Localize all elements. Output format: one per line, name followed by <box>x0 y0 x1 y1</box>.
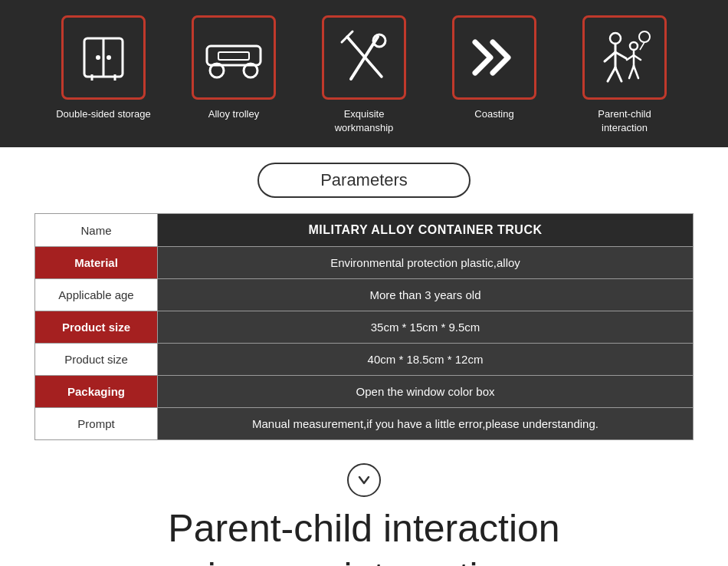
double-sided-storage-icon <box>77 31 130 84</box>
svg-line-27 <box>640 42 644 50</box>
svg-point-26 <box>639 31 650 42</box>
tagline: Parent-child interaction is more interes… <box>168 505 559 566</box>
alloy-trolley-label: Alloy trolley <box>208 107 259 121</box>
table-row-product-size-1: Product size 35cm * 15cm * 9.5cm <box>35 311 694 344</box>
table-row-name: Name MILITARY ALLOY CONTAINER TRUCK <box>35 214 694 247</box>
svg-line-16 <box>605 52 615 61</box>
tagline-line2: is more interesting <box>208 555 521 566</box>
exquisite-workmanship-icon <box>336 29 393 87</box>
value-material: Environmental protection plastic,alloy <box>158 247 694 279</box>
label-name: Name <box>35 214 158 247</box>
down-arrow-circle <box>347 463 381 497</box>
parameters-table: Name MILITARY ALLOY CONTAINER TRUCK Mate… <box>34 213 694 440</box>
svg-line-12 <box>347 37 382 77</box>
table-row-packaging: Packaging Open the window color box <box>35 376 694 408</box>
svg-line-25 <box>634 66 638 78</box>
down-arrow-icon <box>356 472 372 488</box>
feature-coasting: Coasting <box>444 15 544 121</box>
label-product-size-2: Product size <box>35 344 158 376</box>
svg-line-17 <box>615 52 626 58</box>
value-name: MILITARY ALLOY CONTAINER TRUCK <box>158 214 694 247</box>
svg-point-20 <box>630 42 638 50</box>
value-product-size-1: 35cm * 15cm * 9.5cm <box>158 311 694 344</box>
coasting-label: Coasting <box>474 107 513 121</box>
svg-line-22 <box>627 55 634 60</box>
table-row-product-size-2: Product size 40cm * 18.5cm * 12cm <box>35 344 694 376</box>
feature-alloy-trolley: Alloy trolley <box>184 15 284 121</box>
double-sided-storage-label: Double-sided storage <box>56 107 151 121</box>
feature-exquisite-workmanship: Exquisite workmanship <box>314 15 414 135</box>
svg-point-14 <box>610 33 621 44</box>
parameters-title: Parameters <box>257 163 471 198</box>
label-prompt: Prompt <box>35 408 158 440</box>
value-product-size-2: 40cm * 18.5cm * 12cm <box>158 344 694 376</box>
parent-child-icon-box <box>582 15 667 100</box>
svg-line-19 <box>615 67 621 81</box>
svg-point-2 <box>96 55 100 60</box>
coasting-icon <box>464 31 525 84</box>
label-age: Applicable age <box>35 279 158 311</box>
svg-line-24 <box>629 66 634 78</box>
coasting-icon-box <box>452 15 536 100</box>
exquisite-workmanship-icon-box <box>322 15 406 100</box>
table-row-material: Material Environmental protection plasti… <box>35 247 694 279</box>
table-row-prompt: Prompt Manual measurement,if you have a … <box>35 408 694 440</box>
label-packaging: Packaging <box>35 376 158 408</box>
feature-parent-child: Parent-child interaction <box>575 15 674 135</box>
label-material: Material <box>35 247 158 279</box>
tagline-line1: Parent-child interaction <box>168 507 559 550</box>
value-prompt: Manual measurement,if you have a little … <box>158 408 694 440</box>
double-sided-storage-icon-box <box>61 15 146 100</box>
svg-point-3 <box>107 55 111 60</box>
alloy-trolley-icon-box <box>192 15 276 100</box>
parent-child-label: Parent-child interaction <box>575 107 674 135</box>
bottom-section: Parent-child interaction is more interes… <box>0 448 728 566</box>
table-row-age: Applicable age More than 3 years old <box>35 279 694 311</box>
svg-rect-6 <box>207 46 261 65</box>
exquisite-workmanship-label: Exquisite workmanship <box>314 107 414 135</box>
svg-line-23 <box>634 55 641 60</box>
svg-line-18 <box>608 67 615 81</box>
value-packaging: Open the window color box <box>158 376 694 408</box>
value-age: More than 3 years old <box>158 279 694 311</box>
label-product-size-1: Product size <box>35 311 158 344</box>
svg-rect-9 <box>218 52 249 60</box>
feature-double-sided-storage: Double-sided storage <box>54 15 153 121</box>
parameters-section: Parameters Name MILITARY ALLOY CONTAINER… <box>0 147 728 448</box>
feature-banner: Double-sided storage Alloy trolley <box>0 0 728 147</box>
alloy-trolley-icon <box>203 31 264 84</box>
parent-child-icon <box>594 29 655 87</box>
